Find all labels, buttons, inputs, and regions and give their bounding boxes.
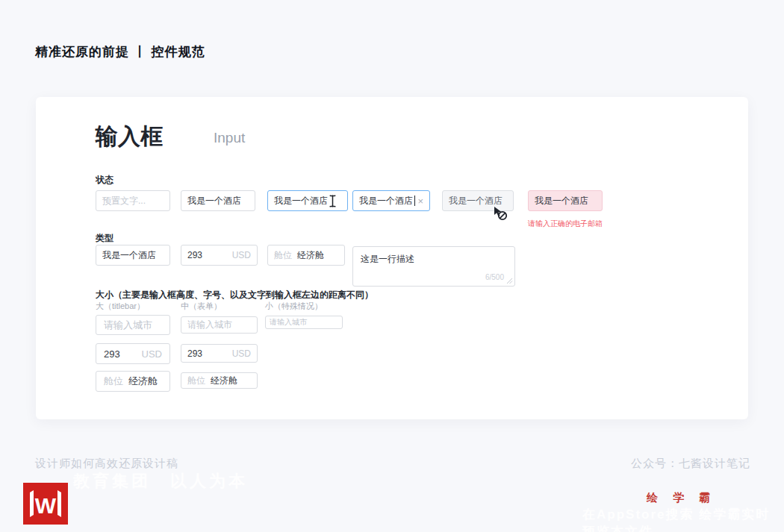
watermark-text-right: 在AppStore搜索 绘学霸实时预览本文件: [582, 506, 784, 532]
input-size-large-city[interactable]: 请输入城市: [96, 315, 170, 335]
input-suffix: USD: [232, 348, 251, 359]
input-value: 我是一个酒店: [535, 195, 588, 207]
brand-name: 绘 学 霸: [647, 491, 716, 505]
footer-left-caption: 设计师如何高效还原设计稿: [35, 457, 178, 471]
size-column-label-medium: 中（表单）: [181, 301, 222, 312]
w-book-logo-icon: W: [23, 483, 68, 525]
textarea-counter: 6/500: [485, 273, 504, 281]
resize-handle-icon[interactable]: [506, 278, 513, 284]
textarea-value: 这是一行描述: [361, 254, 414, 264]
section-label-type: 类型: [96, 232, 113, 245]
input-placeholder: 请输入城市: [187, 319, 232, 331]
input-suffix: USD: [142, 348, 162, 360]
input-size-medium-city[interactable]: 请输入城市: [181, 316, 258, 334]
input-prefix-label: 舱位: [274, 249, 292, 262]
input-prefix-label: 舱位: [187, 375, 205, 387]
text-caret: [414, 195, 415, 206]
input-placeholder: 预置文字...: [102, 195, 146, 207]
input-spec-card: 输入框 Input 状态 预置文字... 我是一个酒店 我是一个酒店 我是一个酒…: [36, 97, 748, 419]
input-value: 经济舱: [211, 375, 237, 387]
input-value: 我是一个酒店: [449, 195, 503, 207]
svg-text:W: W: [35, 493, 57, 518]
input-status-error[interactable]: 我是一个酒店: [528, 190, 603, 211]
input-type-text[interactable]: 我是一个酒店: [96, 245, 170, 266]
card-subtitle: Input: [214, 130, 245, 146]
input-prefix-label: 舱位: [104, 375, 123, 388]
input-size-small-city[interactable]: 请输入城市: [265, 316, 343, 329]
not-allowed-cursor-icon: [493, 206, 508, 221]
input-value: 我是一个酒店: [102, 249, 156, 262]
text-cursor-icon: [329, 195, 336, 207]
input-value: 293: [187, 348, 202, 359]
input-status-filled[interactable]: 我是一个酒店: [181, 190, 255, 211]
input-value: 我是一个酒店: [359, 195, 413, 207]
input-value: 293: [104, 348, 120, 360]
page-title: 精准还原的前提 丨 控件规范: [35, 43, 205, 60]
input-size-medium-price[interactable]: 293 USD: [181, 344, 258, 363]
section-label-size: 大小（主要是输入框高度、字号、以及文字到输入框左边的距离不同）: [96, 289, 373, 301]
clear-icon[interactable]: ×: [417, 196, 423, 206]
input-value: 经济舱: [297, 249, 324, 262]
input-status-focused[interactable]: 我是一个酒店 ×: [352, 190, 430, 211]
input-value: 经济舱: [128, 375, 158, 388]
input-size-large-cabin[interactable]: 舱位 经济舱: [96, 371, 170, 392]
input-size-medium-cabin[interactable]: 舱位 经济舱: [181, 372, 258, 389]
input-placeholder: 请输入城市: [270, 317, 307, 328]
card-title: 输入框: [96, 122, 163, 152]
input-value: 我是一个酒店: [187, 195, 241, 207]
input-value: 我是一个酒店: [274, 195, 328, 207]
input-status-hover[interactable]: 我是一个酒店: [267, 190, 348, 211]
error-message: 请输入正确的电子邮箱: [528, 219, 603, 229]
input-suffix: USD: [232, 250, 251, 260]
input-placeholder: 请输入城市: [104, 319, 152, 332]
section-label-status: 状态: [96, 174, 113, 187]
huixueba-logo: W: [23, 483, 68, 525]
input-type-prefix[interactable]: 舱位 经济舱: [267, 245, 345, 266]
input-status-default[interactable]: 预置文字...: [96, 190, 170, 211]
watermark-text-left: 教育集团 以人为本: [73, 470, 248, 492]
input-type-number-suffix[interactable]: 293 USD: [181, 245, 258, 266]
size-column-label-small: 小（特殊情况）: [265, 301, 323, 312]
textarea-description[interactable]: 这是一行描述 6/500: [352, 246, 515, 287]
input-size-large-price[interactable]: 293 USD: [96, 343, 170, 364]
footer-right-caption: 公众号：七酱设计笔记: [631, 457, 750, 471]
input-value: 293: [187, 250, 202, 260]
size-column-label-large: 大（titlebar）: [96, 301, 145, 312]
